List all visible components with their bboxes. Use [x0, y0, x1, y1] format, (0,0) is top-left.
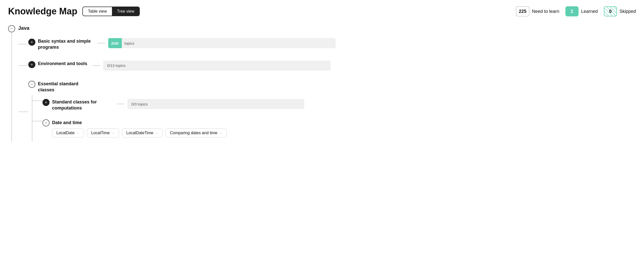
pill-localdate[interactable]: LocalDate ···: [52, 128, 84, 138]
need-to-learn-badge: 225: [516, 6, 530, 16]
table-view-button[interactable]: Table view: [83, 7, 112, 16]
branch-text-area-2: Environment and tools 0/13 topics: [38, 61, 636, 71]
sub-topic-bar-1[interactable]: 0/3 topics: [127, 99, 304, 109]
pill-localtime-label: LocalTime: [91, 131, 110, 135]
sub-progress-area-1: 0/3 topics: [117, 99, 636, 109]
computations-toggle[interactable]: +: [42, 99, 50, 106]
pill-localdatetime-label: LocalDateTime: [126, 131, 153, 135]
progress-fill-1: 2/40: [108, 38, 122, 48]
progress-area-1: 2/40 topics: [98, 38, 636, 48]
sub-content-1: + Standard classes for computations: [42, 95, 636, 115]
branch-basic-syntax: + Basic syntax and simple programs 2/40 …: [18, 33, 636, 56]
need-to-learn-label: Need to learn: [532, 9, 559, 14]
basic-syntax-toggle[interactable]: +: [28, 39, 35, 46]
sub-hline-1: [32, 100, 42, 101]
datetime-toggle[interactable]: −: [42, 119, 50, 126]
essential-sub-tree: + Standard classes for computations: [28, 95, 636, 142]
progress-text-1: 2/40: [111, 41, 119, 45]
datetime-label: Date and time: [52, 120, 82, 125]
branch-hline-1: [18, 44, 28, 44]
knowledge-tree: − Java + Basic syntax and simple program…: [8, 25, 636, 142]
topics-suffix-1: topics: [122, 41, 134, 45]
sub-topic-hline-1: [117, 104, 124, 104]
pill-localdatetime-dots: ···: [155, 131, 158, 135]
minus-icon-3: −: [31, 82, 33, 87]
topic-hline-1: [98, 43, 105, 43]
branch-environment: + Environment and tools 0/13 topics: [18, 56, 636, 76]
root-node-label: Java: [18, 25, 636, 31]
view-toggle: Table view Tree view: [82, 7, 140, 16]
essential-content: − Essential standard classes: [28, 76, 636, 142]
tree-root-col: −: [8, 25, 15, 142]
branch-content-2: + Environment and tools 0/13 topics: [28, 56, 636, 76]
branch-stub-3: [18, 76, 28, 142]
essential-header: − Essential standard classes: [28, 76, 636, 95]
branch-hline-2: [18, 65, 28, 66]
skipped-label: Skipped: [619, 9, 636, 14]
branch-label-basic-syntax: Basic syntax and simple programs: [38, 38, 94, 50]
pill-comparing-dates[interactable]: Comparing dates and time ···: [166, 128, 226, 138]
sub-hline-2: [32, 121, 42, 121]
plus-icon-2: +: [31, 62, 33, 67]
skipped-stat: 0 Skipped: [604, 6, 636, 16]
sub-branches-col: + Standard classes for computations: [32, 95, 636, 142]
pill-comparing-dots: ···: [219, 131, 222, 135]
java-circle-btn[interactable]: −: [8, 25, 15, 32]
plus-icon-sub1: +: [45, 100, 47, 105]
branch-hline-3: [18, 112, 28, 112]
learned-label: Learned: [581, 9, 598, 14]
pill-localdate-dots: ···: [77, 131, 80, 135]
sub-branch-datetime: − Date and time LocalDate ···: [32, 115, 636, 142]
environment-toggle[interactable]: +: [28, 61, 35, 68]
essential-toggle[interactable]: −: [28, 81, 35, 88]
branch-label-environment: Environment and tools: [38, 61, 88, 67]
topic-bar-1[interactable]: 2/40 topics: [108, 38, 336, 48]
tree-view-button[interactable]: Tree view: [112, 7, 140, 16]
date-pills-row: LocalDate ··· LocalTime ··· LocalDateTim…: [42, 128, 636, 138]
header-stats: 225 Need to learn 2 Learned 0 Skipped: [516, 6, 636, 16]
sub-text-area-1: Standard classes for computations 0/3 to…: [52, 99, 636, 111]
branch-stub-2: [18, 56, 28, 76]
essential-label: Essential standard classes: [38, 81, 94, 93]
sub-content-2: − Date and time LocalDate ···: [42, 115, 636, 142]
branch-text-area-1: Basic syntax and simple programs 2/40 to…: [38, 38, 636, 50]
root-vertical-line: [11, 32, 12, 142]
tree-root-content: Java + Basic syntax and simple programs: [15, 25, 636, 142]
branch-stub-1: [18, 33, 28, 56]
branch-essential: − Essential standard classes: [18, 76, 636, 142]
java-collapse-icon: −: [10, 26, 13, 31]
need-to-learn-stat: 225 Need to learn: [516, 6, 559, 16]
page-title: Knowledge Map: [8, 6, 77, 17]
progress-area-2: 0/13 topics: [93, 61, 636, 71]
topics-text-2: 0/13 topics: [107, 63, 126, 68]
sub-stub-2: [32, 115, 42, 121]
pill-localdate-label: LocalDate: [56, 131, 75, 135]
pill-localtime[interactable]: LocalTime ···: [87, 128, 119, 138]
pill-localdatetime[interactable]: LocalDateTime ···: [122, 128, 163, 138]
topic-hline-2: [93, 65, 100, 66]
plus-icon-1: +: [31, 40, 33, 44]
branch-content-1: + Basic syntax and simple programs 2/40 …: [28, 33, 636, 56]
learned-stat: 2 Learned: [565, 6, 598, 16]
pill-comparing-label: Comparing dates and time: [170, 131, 217, 135]
computations-label: Standard classes for computations: [52, 99, 113, 111]
sub-stub-1: [32, 95, 42, 101]
skipped-badge: 0: [604, 6, 617, 16]
sub-topics-text-1: 0/3 topics: [131, 102, 148, 106]
datetime-header: − Date and time: [42, 119, 636, 126]
pill-localtime-dots: ···: [112, 131, 115, 135]
learned-badge: 2: [565, 6, 579, 16]
header-left: Knowledge Map Table view Tree view: [8, 6, 140, 17]
page-header: Knowledge Map Table view Tree view 225 N…: [8, 6, 636, 17]
sub-branch-computations: + Standard classes for computations: [32, 95, 636, 115]
topic-bar-2[interactable]: 0/13 topics: [103, 61, 331, 71]
minus-icon-sub2: −: [45, 121, 47, 125]
